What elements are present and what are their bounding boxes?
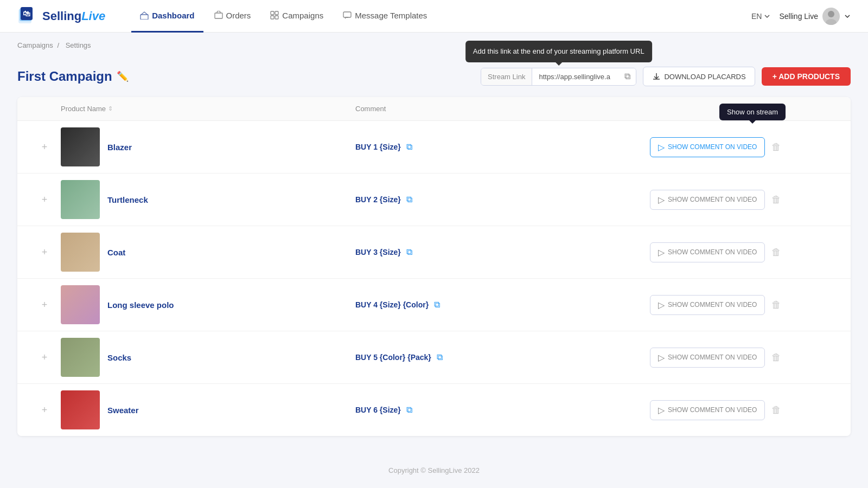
show-comment-button-3[interactable]: ▷ SHOW COMMENT ON VIDEO (650, 242, 765, 262)
product-name-6: Sweater (107, 406, 139, 415)
show-comment-button-1[interactable]: ▷ SHOW COMMENT ON VIDEO (650, 137, 765, 157)
stream-link-url: https://app.sellinglive.a (532, 68, 619, 85)
product-image-6 (61, 390, 100, 429)
comment-text-2: BUY 2 {Size} (355, 195, 401, 204)
breadcrumb-current: Settings (66, 41, 91, 49)
product-name-2: Turtleneck (107, 195, 148, 204)
main-content: First Campaign ✏️ Add this link at the e… (0, 54, 868, 453)
table-row: + Blazer BUY 1 {Size} ⧉ ▷ SHOW COMMENT O… (17, 121, 851, 174)
grid-icon (270, 11, 279, 20)
table-row: + Socks BUY 5 {Color} {Pack} ⧉ ▷ SHOW CO… (17, 331, 851, 384)
copy-comment-button-6[interactable]: ⧉ (405, 404, 413, 416)
show-comment-label-6: SHOW COMMENT ON VIDEO (668, 406, 757, 414)
show-comment-label-5: SHOW COMMENT ON VIDEO (668, 354, 757, 361)
nav-link-campaigns[interactable]: Campaigns (261, 0, 332, 33)
stream-link-box: Stream Link https://app.sellinglive.a ⧉ (481, 68, 636, 86)
product-image-4 (61, 285, 100, 324)
col-comment: Comment (355, 105, 650, 113)
chevron-down-icon (764, 13, 770, 20)
user-info[interactable]: Selling Live (779, 8, 851, 25)
action-cell-2: ▷ SHOW COMMENT ON VIDEO 🗑 (650, 190, 813, 210)
delete-product-button-2[interactable]: 🗑 (771, 194, 781, 206)
delete-product-button-3[interactable]: 🗑 (771, 247, 781, 258)
svg-rect-7 (275, 11, 278, 15)
table-header: Product Name ⇕ Comment Show on stream (17, 97, 851, 121)
show-comment-button-2[interactable]: ▷ SHOW COMMENT ON VIDEO (650, 190, 765, 210)
copy-comment-button-3[interactable]: ⧉ (405, 246, 413, 258)
delete-product-button-1[interactable]: 🗑 (771, 142, 781, 153)
show-comment-button-6[interactable]: ▷ SHOW COMMENT ON VIDEO (650, 400, 765, 420)
row-expand-6[interactable]: + (28, 404, 61, 416)
copy-comment-button-1[interactable]: ⧉ (405, 141, 413, 153)
action-cell-1: ▷ SHOW COMMENT ON VIDEO 🗑 (650, 137, 813, 157)
copy-comment-button-5[interactable]: ⧉ (436, 351, 444, 363)
user-chevron-icon (844, 13, 851, 20)
table-row: + Sweater BUY 6 {Size} ⧉ ▷ SHOW COMMENT … (17, 384, 851, 436)
show-comment-button-5[interactable]: ▷ SHOW COMMENT ON VIDEO (650, 348, 765, 368)
comment-cell-1: BUY 1 {Size} ⧉ (355, 141, 650, 153)
product-name-1: Blazer (107, 143, 132, 152)
delete-product-button-4[interactable]: 🗑 (771, 299, 781, 311)
comment-cell-3: BUY 3 {Size} ⧉ (355, 246, 650, 258)
footer: Copyright © SellingLive 2022 (0, 453, 868, 487)
nav-links: Dashboard Orders Campaigns Message Templ… (131, 0, 751, 33)
stream-link-label: Stream Link (481, 68, 532, 85)
product-cell-4: Long sleeve polo (61, 285, 355, 324)
svg-rect-8 (271, 16, 274, 19)
table-row: + Coat BUY 3 {Size} ⧉ ▷ SHOW COMMENT ON … (17, 226, 851, 279)
play-icon-5: ▷ (658, 352, 665, 363)
nav-link-dashboard[interactable]: Dashboard (131, 0, 203, 33)
products-table: Product Name ⇕ Comment Show on stream + … (17, 97, 851, 436)
play-icon-2: ▷ (658, 195, 665, 205)
show-comment-button-4[interactable]: ▷ SHOW COMMENT ON VIDEO (650, 295, 765, 315)
row-expand-4[interactable]: + (28, 299, 61, 311)
play-icon-6: ▷ (658, 405, 665, 415)
edit-campaign-icon[interactable]: ✏️ (117, 70, 129, 82)
action-cell-6: ▷ SHOW COMMENT ON VIDEO 🗑 (650, 400, 813, 420)
comment-cell-5: BUY 5 {Color} {Pack} ⧉ (355, 351, 650, 363)
lang-selector[interactable]: EN (751, 12, 770, 21)
play-icon-1: ▷ (658, 142, 665, 152)
product-name-4: Long sleeve polo (107, 300, 174, 310)
comment-text-1: BUY 1 {Size} (355, 143, 401, 151)
stream-link-tooltip-container: Add this link at the end of your streami… (481, 68, 636, 86)
comment-cell-6: BUY 6 {Size} ⧉ (355, 404, 650, 416)
comment-text-4: BUY 4 {Size} {Color} (355, 300, 429, 309)
table-row: + Turtleneck BUY 2 {Size} ⧉ ▷ SHOW COMME… (17, 174, 851, 226)
show-comment-label-3: SHOW COMMENT ON VIDEO (668, 248, 757, 256)
delete-product-button-5[interactable]: 🗑 (771, 352, 781, 363)
comment-text-3: BUY 3 {Size} (355, 248, 401, 256)
delete-product-button-6[interactable]: 🗑 (771, 404, 781, 416)
svg-text:🛍: 🛍 (23, 9, 30, 18)
show-on-stream-tooltip: Show on stream (719, 104, 786, 120)
nav-link-orders[interactable]: Orders (206, 0, 260, 33)
show-comment-label-4: SHOW COMMENT ON VIDEO (668, 301, 757, 309)
product-cell-5: Socks (61, 338, 355, 377)
nav-link-message-templates[interactable]: Message Templates (334, 0, 436, 33)
product-cell-3: Coat (61, 233, 355, 272)
breadcrumb-parent[interactable]: Campaigns (17, 41, 53, 49)
home-icon (140, 11, 149, 20)
add-products-button[interactable]: + ADD PRODUCTS (762, 67, 851, 86)
product-image-1 (61, 127, 100, 166)
copy-stream-link-button[interactable]: ⧉ (619, 68, 636, 85)
product-name-3: Coat (107, 248, 125, 257)
nav-right: EN Selling Live (751, 8, 851, 25)
campaign-title: First Campaign ✏️ (17, 69, 129, 84)
copy-comment-button-2[interactable]: ⧉ (405, 194, 413, 206)
svg-rect-10 (343, 12, 351, 17)
comment-cell-4: BUY 4 {Size} {Color} ⧉ (355, 299, 650, 311)
comment-text-6: BUY 6 {Size} (355, 406, 401, 414)
row-expand-3[interactable]: + (28, 247, 61, 258)
product-name-5: Socks (107, 353, 131, 362)
navbar: 🛍 SellingLive Dashboard Orders Campaigns… (0, 0, 868, 33)
logo[interactable]: 🛍 SellingLive (17, 6, 105, 27)
copy-comment-button-4[interactable]: ⧉ (433, 299, 441, 311)
row-expand-1[interactable]: + (28, 142, 61, 153)
table-row: + Long sleeve polo BUY 4 {Size} {Color} … (17, 279, 851, 331)
row-expand-5[interactable]: + (28, 352, 61, 363)
show-comment-label-1: SHOW COMMENT ON VIDEO (668, 143, 757, 151)
download-placards-button[interactable]: DOWNLOAD PLACARDS (643, 67, 755, 86)
row-expand-2[interactable]: + (28, 194, 61, 206)
svg-rect-6 (271, 11, 274, 15)
